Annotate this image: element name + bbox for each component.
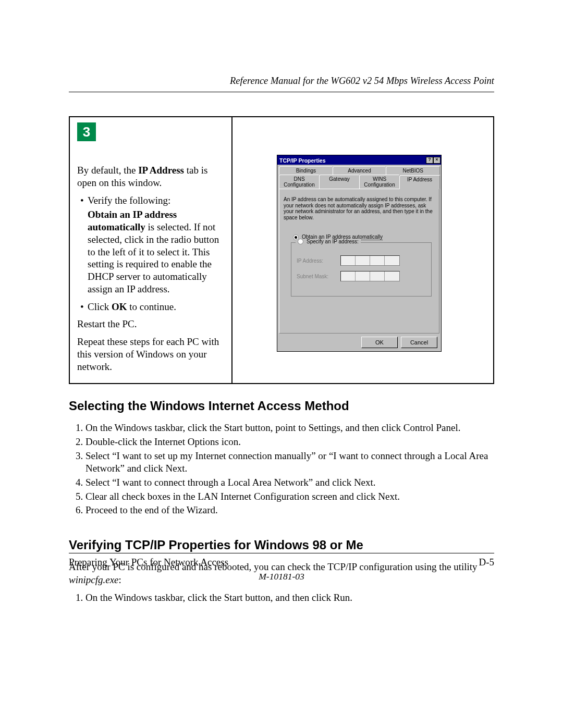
tab-wins[interactable]: WINS Configuration — [359, 175, 400, 189]
subnet-mask-label: Subnet Mask: — [297, 274, 336, 279]
dialog-title: TCP/IP Properties — [279, 157, 426, 164]
step-3-text: 3 By default, the IP Address tab is open… — [70, 117, 231, 383]
obtain-ip-blurb: Obtain an IP address automatically is se… — [88, 208, 226, 295]
ip-address-input[interactable] — [340, 255, 400, 266]
verify-tcpip-steps: On the Windows taskbar, click the Start … — [69, 591, 494, 604]
restart-pc: Restart the PC. — [77, 318, 226, 330]
list-item: On the Windows taskbar, click the Start … — [85, 422, 494, 435]
tab-bindings[interactable]: Bindings — [279, 166, 333, 175]
list-item: Select “I want to connect through a Loca… — [85, 476, 494, 489]
step-intro: By default, the IP Address tab is open o… — [77, 164, 226, 189]
step-number-badge: 3 — [77, 122, 96, 141]
tab-advanced[interactable]: Advanced — [333, 166, 387, 175]
doc-number: M-10181-03 — [69, 571, 494, 582]
ip-blurb: An IP address can be automatically assig… — [284, 196, 435, 220]
tcpip-properties-dialog: TCP/IP Properties ? × Bindings Advanced … — [277, 155, 442, 352]
page-footer: Preparing Your PCs for Network Access D-… — [69, 553, 494, 582]
internet-access-steps: On the Windows taskbar, click the Start … — [69, 422, 494, 517]
page-number: D-5 — [479, 557, 494, 568]
step-3-frame: 3 By default, the IP Address tab is open… — [69, 116, 494, 384]
ok-button[interactable]: OK — [361, 337, 398, 348]
footer-section: Preparing Your PCs for Network Access — [69, 557, 479, 568]
specify-ip-fieldset: Specify an IP address: IP Address: Subne… — [291, 242, 432, 297]
list-item: Proceed to the end of the Wizard. — [85, 504, 494, 517]
list-item: Clear all check boxes in the LAN Interne… — [85, 490, 494, 503]
cancel-button[interactable]: Cancel — [401, 337, 437, 348]
radio-icon[interactable] — [298, 239, 303, 244]
heading-verify-tcpip: Verifying TCP/IP Properties for Windows … — [69, 538, 494, 552]
list-item: On the Windows taskbar, click the Start … — [85, 591, 494, 604]
dialog-title-bar: TCP/IP Properties ? × — [277, 155, 441, 165]
heading-internet-access: Selecting the Windows Internet Access Me… — [69, 399, 494, 413]
bullet-click-ok: Click OK to continue. — [80, 301, 226, 313]
tab-ipaddress[interactable]: IP Address — [399, 175, 440, 189]
help-icon[interactable]: ? — [426, 157, 433, 164]
close-icon[interactable]: × — [433, 157, 440, 164]
bullet-verify: Verify the following: — [88, 195, 170, 206]
list-item: Double-click the Internet Options icon. — [85, 436, 494, 449]
tab-gateway[interactable]: Gateway — [319, 175, 360, 189]
repeat-steps: Repeat these steps for each PC with this… — [77, 336, 226, 373]
step-3-screenshot: TCP/IP Properties ? × Bindings Advanced … — [231, 117, 493, 383]
ip-address-tab-panel: An IP address can be automatically assig… — [279, 189, 439, 334]
page-header: Reference Manual for the WG602 v2 54 Mbp… — [69, 76, 494, 92]
list-item: Select “I want to set up my Internet con… — [85, 450, 494, 475]
tab-netbios[interactable]: NetBIOS — [386, 166, 440, 175]
subnet-mask-input[interactable] — [340, 271, 400, 281]
radio-specify-ip[interactable]: Specify an IP address: — [296, 239, 361, 244]
tab-dns[interactable]: DNS Configuration — [279, 175, 320, 189]
ip-address-label: IP Address: — [297, 258, 336, 264]
